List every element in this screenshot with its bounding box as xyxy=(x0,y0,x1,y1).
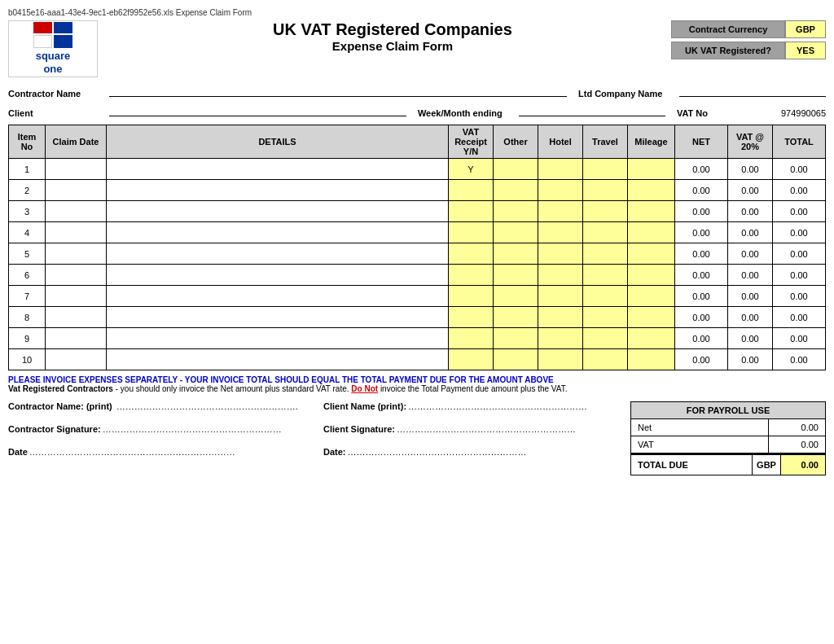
cell-item-no[interactable]: 5 xyxy=(9,243,46,265)
cell-net[interactable]: 0.00 xyxy=(675,265,728,286)
cell-vat[interactable]: 0.00 xyxy=(728,243,773,265)
cell-travel[interactable] xyxy=(583,307,628,328)
cell-claim-date[interactable] xyxy=(46,349,107,370)
cell-item-no[interactable]: 2 xyxy=(9,180,46,201)
cell-mileage[interactable] xyxy=(628,159,675,180)
cell-other[interactable] xyxy=(494,222,538,243)
cell-item-no[interactable]: 1 xyxy=(9,159,46,180)
cell-other[interactable] xyxy=(494,180,538,201)
cell-vat[interactable]: 0.00 xyxy=(728,349,773,370)
cell-total[interactable]: 0.00 xyxy=(773,328,826,349)
cell-hotel[interactable] xyxy=(538,201,583,222)
cell-claim-date[interactable] xyxy=(46,201,107,222)
cell-total[interactable]: 0.00 xyxy=(773,265,826,286)
cell-other[interactable] xyxy=(494,159,538,180)
cell-net[interactable]: 0.00 xyxy=(675,286,728,307)
cell-details[interactable] xyxy=(107,265,449,286)
cell-vat[interactable]: 0.00 xyxy=(728,222,773,243)
cell-other[interactable] xyxy=(494,286,538,307)
cell-total[interactable]: 0.00 xyxy=(773,222,826,243)
cell-vat[interactable]: 0.00 xyxy=(728,180,773,201)
cell-total[interactable]: 0.00 xyxy=(773,159,826,180)
cell-travel[interactable] xyxy=(583,265,628,286)
cell-vat[interactable]: 0.00 xyxy=(728,328,773,349)
cell-mileage[interactable] xyxy=(628,349,675,370)
cell-vat-receipt[interactable] xyxy=(449,180,494,201)
cell-vat-receipt[interactable] xyxy=(449,349,494,370)
cell-total[interactable]: 0.00 xyxy=(773,349,826,370)
cell-item-no[interactable]: 9 xyxy=(9,328,46,349)
cell-other[interactable] xyxy=(494,328,538,349)
cell-claim-date[interactable] xyxy=(46,286,107,307)
cell-details[interactable] xyxy=(107,328,449,349)
cell-travel[interactable] xyxy=(583,243,628,265)
cell-travel[interactable] xyxy=(583,222,628,243)
cell-net[interactable]: 0.00 xyxy=(675,349,728,370)
cell-details[interactable] xyxy=(107,243,449,265)
cell-item-no[interactable]: 3 xyxy=(9,201,46,222)
cell-other[interactable] xyxy=(494,349,538,370)
cell-mileage[interactable] xyxy=(628,286,675,307)
cell-hotel[interactable] xyxy=(538,159,583,180)
cell-details[interactable] xyxy=(107,307,449,328)
cell-claim-date[interactable] xyxy=(46,243,107,265)
cell-net[interactable]: 0.00 xyxy=(675,201,728,222)
cell-mileage[interactable] xyxy=(628,180,675,201)
cell-vat-receipt[interactable]: Y xyxy=(449,159,494,180)
cell-mileage[interactable] xyxy=(628,328,675,349)
cell-total[interactable]: 0.00 xyxy=(773,201,826,222)
vat-registered-value[interactable]: YES xyxy=(785,42,826,59)
cell-item-no[interactable]: 4 xyxy=(9,222,46,243)
cell-claim-date[interactable] xyxy=(46,180,107,201)
contractor-name-input[interactable] xyxy=(109,84,567,97)
cell-net[interactable]: 0.00 xyxy=(675,328,728,349)
cell-item-no[interactable]: 8 xyxy=(9,307,46,328)
cell-hotel[interactable] xyxy=(538,243,583,265)
week-month-input[interactable] xyxy=(519,103,665,116)
cell-details[interactable] xyxy=(107,159,449,180)
cell-net[interactable]: 0.00 xyxy=(675,159,728,180)
cell-vat[interactable]: 0.00 xyxy=(728,265,773,286)
client-input[interactable] xyxy=(109,103,406,116)
cell-details[interactable] xyxy=(107,222,449,243)
cell-net[interactable]: 0.00 xyxy=(675,180,728,201)
cell-travel[interactable] xyxy=(583,159,628,180)
cell-net[interactable]: 0.00 xyxy=(675,222,728,243)
cell-claim-date[interactable] xyxy=(46,222,107,243)
contract-currency-value[interactable]: GBP xyxy=(785,20,826,38)
cell-vat-receipt[interactable] xyxy=(449,201,494,222)
cell-hotel[interactable] xyxy=(538,286,583,307)
cell-vat[interactable]: 0.00 xyxy=(728,201,773,222)
cell-hotel[interactable] xyxy=(538,307,583,328)
cell-total[interactable]: 0.00 xyxy=(773,180,826,201)
cell-total[interactable]: 0.00 xyxy=(773,307,826,328)
cell-details[interactable] xyxy=(107,349,449,370)
cell-hotel[interactable] xyxy=(538,180,583,201)
cell-details[interactable] xyxy=(107,201,449,222)
cell-mileage[interactable] xyxy=(628,265,675,286)
cell-item-no[interactable]: 6 xyxy=(9,265,46,286)
cell-claim-date[interactable] xyxy=(46,159,107,180)
cell-other[interactable] xyxy=(494,201,538,222)
cell-mileage[interactable] xyxy=(628,222,675,243)
cell-hotel[interactable] xyxy=(538,349,583,370)
cell-vat[interactable]: 0.00 xyxy=(728,159,773,180)
cell-vat-receipt[interactable] xyxy=(449,286,494,307)
cell-hotel[interactable] xyxy=(538,222,583,243)
cell-vat-receipt[interactable] xyxy=(449,307,494,328)
cell-mileage[interactable] xyxy=(628,243,675,265)
cell-other[interactable] xyxy=(494,307,538,328)
cell-net[interactable]: 0.00 xyxy=(675,243,728,265)
cell-travel[interactable] xyxy=(583,201,628,222)
cell-vat-receipt[interactable] xyxy=(449,265,494,286)
cell-claim-date[interactable] xyxy=(46,307,107,328)
cell-other[interactable] xyxy=(494,265,538,286)
cell-item-no[interactable]: 7 xyxy=(9,286,46,307)
cell-mileage[interactable] xyxy=(628,307,675,328)
cell-vat[interactable]: 0.00 xyxy=(728,307,773,328)
cell-other[interactable] xyxy=(494,243,538,265)
cell-claim-date[interactable] xyxy=(46,328,107,349)
cell-vat[interactable]: 0.00 xyxy=(728,286,773,307)
cell-item-no[interactable]: 10 xyxy=(9,349,46,370)
cell-vat-receipt[interactable] xyxy=(449,222,494,243)
